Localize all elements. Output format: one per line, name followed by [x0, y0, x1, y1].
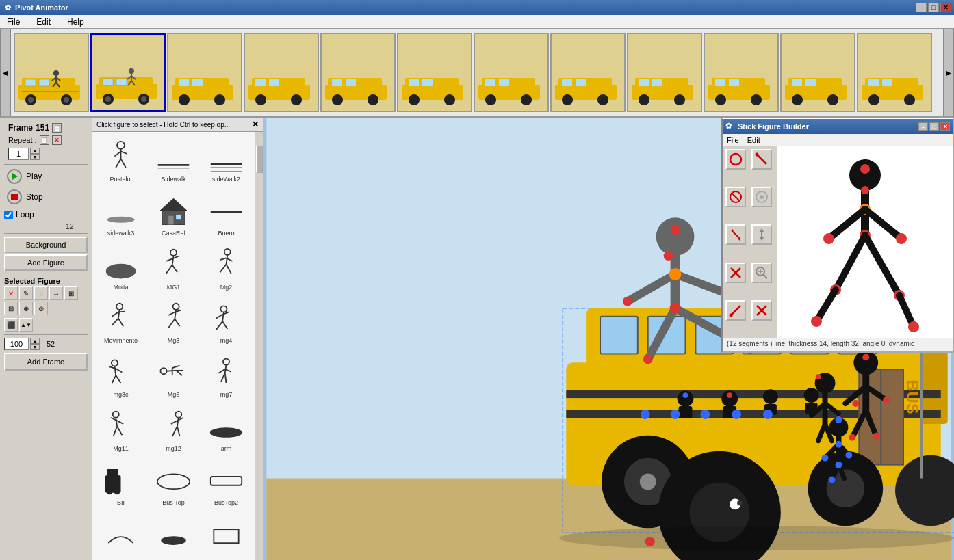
sfb-maximize-btn[interactable]: □ — [929, 122, 939, 131]
zoom-up[interactable]: ▲ — [30, 338, 40, 344]
frame-thumb-2[interactable] — [90, 33, 166, 112]
frame-copy-icon[interactable]: 📋 — [52, 123, 62, 133]
sfb-tool-resize[interactable] — [725, 224, 746, 245]
figure-tool-7[interactable]: ⊕ — [19, 302, 33, 315]
svg-rect-257 — [805, 403, 818, 414]
figure-item-sidewalk2[interactable]: sideWalk2 — [201, 135, 252, 187]
close-button[interactable]: ✕ — [940, 3, 951, 12]
repeat-delete-icon[interactable]: ✕ — [52, 135, 62, 145]
menu-help[interactable]: Help — [63, 16, 88, 28]
svg-point-211 — [669, 268, 682, 280]
sfb-tool-zoom[interactable] — [751, 263, 772, 283]
figure-tool-8[interactable]: ⊙ — [34, 302, 48, 315]
frame-thumb-7[interactable] — [474, 33, 549, 112]
figure-item-mg3c[interactable]: mg3c — [95, 350, 146, 403]
svg-rect-3 — [39, 79, 49, 86]
loop-checkbox[interactable] — [4, 211, 13, 219]
repeat-value-input[interactable] — [8, 148, 29, 160]
repeat-up-arrow[interactable]: ▲ — [30, 148, 40, 154]
frame-thumb-9[interactable] — [627, 33, 702, 112]
frame-thumb-5[interactable] — [320, 33, 396, 112]
figure-item-extra2[interactable] — [148, 511, 199, 557]
figure-item-extra3[interactable] — [201, 511, 252, 557]
sfb-tool-no-circle[interactable] — [725, 187, 746, 207]
figure-item-mg11[interactable]: Mg11 — [95, 404, 146, 457]
figure-item-sidewalk[interactable]: Sidewalk — [148, 135, 199, 187]
figure-tool-5[interactable]: ⊞ — [64, 286, 78, 300]
delete-figure-tool[interactable]: ✕ — [4, 286, 18, 300]
frame-thumb-svg-1 — [18, 68, 83, 105]
figure-item-sidewalk3[interactable]: sidewalk3 — [95, 189, 146, 241]
repeat-down-arrow[interactable]: ▼ — [30, 154, 40, 160]
svg-point-85 — [868, 94, 879, 105]
figure-item-mg1[interactable]: MG1 — [148, 243, 199, 295]
figure-item-movimnento[interactable]: Movimnento — [95, 296, 146, 349]
sfb-canvas[interactable] — [777, 146, 953, 338]
frame-scroll-right[interactable]: ▶ — [943, 29, 954, 117]
figure-item-postelol[interactable]: Postelol — [95, 135, 146, 187]
frame-thumb-4[interactable] — [244, 33, 319, 112]
figure-grid: Postelol Sidewalk sideWalk — [92, 132, 255, 560]
svg-rect-173 — [211, 477, 242, 485]
repeat-copy-icon[interactable]: 📋 — [40, 135, 49, 145]
figure-item-mg3[interactable]: Mg3 — [148, 296, 199, 349]
figure-item-casaref[interactable]: CasaRef — [148, 189, 199, 241]
sfb-tool-lock[interactable] — [751, 187, 772, 207]
sfb-tool-line[interactable] — [751, 149, 772, 170]
play-button[interactable]: Play — [4, 168, 88, 185]
sfb-tool-delete[interactable] — [725, 263, 746, 283]
add-frame-button[interactable]: Add Frame — [4, 353, 88, 371]
svg-line-159 — [114, 427, 117, 437]
figure-panel-scroll-thumb[interactable] — [256, 146, 263, 173]
figure-item-arm[interactable]: arm — [201, 404, 252, 457]
frame-thumb-8[interactable] — [550, 33, 626, 112]
edit-figure-tool[interactable]: ✎ — [19, 286, 33, 300]
frame-thumb-3[interactable] — [167, 33, 242, 112]
frame-thumb-11[interactable] — [780, 33, 855, 112]
sfb-panel: ✿ Stick Figure Builder – □ ✕ File Edit — [721, 118, 954, 353]
figure-item-buero[interactable]: Buero — [201, 189, 252, 241]
zoom-down[interactable]: ▼ — [30, 344, 40, 350]
frame-thumb-6[interactable] — [397, 33, 472, 112]
figure-item-mg6[interactable]: Mg6 — [148, 350, 199, 403]
figure-panel-close[interactable]: ✕ — [252, 120, 259, 129]
sfb-close-btn[interactable]: ✕ — [940, 122, 950, 131]
menu-file[interactable]: File — [3, 16, 24, 28]
frame-scroll-left[interactable]: ◀ — [0, 29, 11, 117]
figure-item-extra1[interactable] — [95, 511, 146, 557]
figure-item-mg2[interactable]: Mg2 — [201, 243, 252, 295]
frame-thumb-10[interactable] — [704, 33, 779, 112]
sfb-tool-circle[interactable] — [725, 149, 746, 170]
sfb-tool-color-delete[interactable] — [751, 300, 772, 321]
canvas-area[interactable]: BUS — [263, 118, 954, 560]
stop-button[interactable]: Stop — [4, 188, 88, 206]
figure-tool-4[interactable]: → — [49, 286, 63, 300]
sfb-tool-arrows[interactable] — [751, 224, 772, 245]
sfb-minimize-btn[interactable]: – — [918, 122, 928, 131]
svg-point-202 — [737, 500, 743, 505]
figure-item-bustop[interactable]: Bus Top — [148, 458, 199, 511]
add-figure-button[interactable]: Add Figure — [4, 254, 88, 271]
figure-tool-6[interactable]: ⊟ — [4, 302, 18, 315]
figure-item-mg12[interactable]: mg12 — [148, 404, 199, 457]
svg-point-300 — [823, 233, 834, 244]
figure-item-moita[interactable]: Moita — [95, 243, 146, 295]
figure-tool-9[interactable]: ⬛ — [4, 318, 18, 332]
sfb-menu-file[interactable]: File — [727, 136, 739, 144]
figure-item-mg4[interactable]: mg4 — [201, 296, 252, 349]
figure-item-bii[interactable]: BII — [95, 458, 146, 511]
figure-tool-3[interactable]: ⁞⁞ — [34, 286, 48, 300]
background-button[interactable]: Background — [4, 237, 88, 253]
sfb-menu-edit[interactable]: Edit — [747, 136, 760, 144]
sfb-tool-color-line[interactable] — [725, 300, 746, 321]
frame-thumb-1[interactable] — [14, 33, 89, 112]
figure-item-mg7[interactable]: mg7 — [201, 350, 252, 403]
figure-item-bustop2[interactable]: BusTop2 — [201, 458, 252, 511]
menu-edit[interactable]: Edit — [32, 16, 55, 28]
frame-thumb-12[interactable] — [857, 33, 932, 112]
figure-panel-scrollbar[interactable] — [255, 132, 263, 560]
figure-tool-10[interactable]: ▲▼ — [19, 318, 33, 332]
minimize-button[interactable]: – — [916, 3, 927, 12]
zoom-input[interactable] — [4, 338, 29, 350]
maximize-button[interactable]: □ — [928, 3, 939, 12]
